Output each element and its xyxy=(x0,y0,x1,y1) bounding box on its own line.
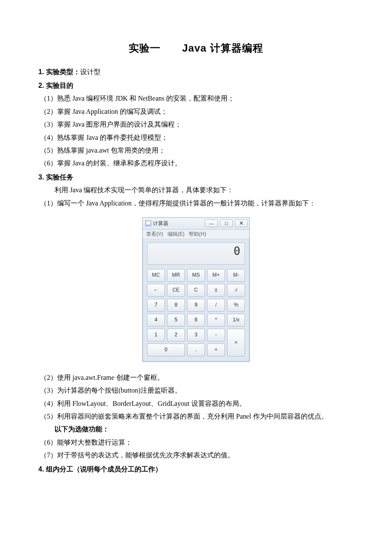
btn-4[interactable]: 4 xyxy=(147,314,165,327)
maximize-button[interactable]: ☐ xyxy=(220,220,233,227)
btn-0[interactable]: 0 xyxy=(147,344,185,356)
purpose-6: （6）掌握 Java 的封装、继承和多态程序设计。 xyxy=(38,157,354,170)
task-1: （1）编写一个 Java Application，使得程序能提供计算器的一般计算… xyxy=(38,197,354,210)
btn-c[interactable]: C xyxy=(187,284,205,297)
optional-heading: 以下为选做功能： xyxy=(38,423,354,436)
purpose-1: （1）熟悉 Java 编程环境 JDK 和 NetBeans 的安装，配置和使用… xyxy=(38,92,354,105)
btn-8[interactable]: 8 xyxy=(167,299,185,312)
purpose-4: （4）熟练掌握 Java 的事件委托处理模型； xyxy=(38,131,354,144)
btn-mplus[interactable]: M+ xyxy=(207,269,225,282)
section-1-label: 1. 实验类型： xyxy=(38,68,80,75)
btn-multiply[interactable]: * xyxy=(207,314,225,327)
btn-9[interactable]: 9 xyxy=(187,299,205,312)
calculator-window: 计算器 — ☐ ✕ 查看(V) 编辑(E) 帮助(H) 0 MC MR MS M… xyxy=(142,217,250,362)
btn-5[interactable]: 5 xyxy=(167,314,185,327)
section-3: 3. 实验任务 xyxy=(38,171,354,184)
window-title: 计算器 xyxy=(153,219,168,228)
page-title: 实验一 Java 计算器编程 xyxy=(38,38,354,58)
close-button[interactable]: ✕ xyxy=(235,220,248,227)
menu-bar: 查看(V) 编辑(E) 帮助(H) xyxy=(143,230,249,239)
btn-plusminus[interactable]: ± xyxy=(207,284,225,297)
btn-2[interactable]: 2 xyxy=(167,329,185,341)
btn-ms[interactable]: MS xyxy=(187,269,205,282)
titlebar: 计算器 — ☐ ✕ xyxy=(143,218,249,230)
btn-mr[interactable]: MR xyxy=(167,269,185,282)
minimize-button[interactable]: — xyxy=(205,220,218,227)
purpose-2: （2）掌握 Java Application 的编写及调试； xyxy=(38,105,354,118)
btn-mc[interactable]: MC xyxy=(147,269,165,282)
btn-sqrt[interactable]: √ xyxy=(227,284,245,297)
btn-back[interactable]: ← xyxy=(147,284,165,297)
btn-inverse[interactable]: 1/x xyxy=(227,314,245,327)
purpose-3: （3）掌握 Java 图形用户界面的设计及其编程； xyxy=(38,118,354,131)
task-5: （5）利用容器间的嵌套策略来布置整个计算器的界面，充分利用 Panel 作为中间… xyxy=(38,410,354,423)
section-1: 1. 实验类型：设计型 xyxy=(38,66,354,78)
task-4: （4）利用 FlowLayout、BorderLayout、GridLayout… xyxy=(38,397,354,410)
section-2: 2. 实验目的 xyxy=(38,79,354,92)
btn-equals[interactable]: = xyxy=(227,329,245,356)
btn-percent[interactable]: % xyxy=(227,299,245,312)
task-3: （3）为计算器的每个按钮(button)注册监听器。 xyxy=(38,384,354,397)
btn-add[interactable]: + xyxy=(207,344,225,356)
display: 0 xyxy=(147,243,245,265)
app-icon xyxy=(145,220,151,226)
btn-3[interactable]: 3 xyxy=(187,329,205,341)
menu-help[interactable]: 帮助(H) xyxy=(189,229,206,239)
task-6: （6）能够对大整数进行运算； xyxy=(38,436,354,449)
task-2: （2）使用 java.awt.Frame 创建一个窗框。 xyxy=(38,371,354,384)
btn-7[interactable]: 7 xyxy=(147,299,165,312)
btn-ce[interactable]: CE xyxy=(167,284,185,297)
menu-view[interactable]: 查看(V) xyxy=(146,229,163,239)
keypad: MC MR MS M+ M- ← CE C ± √ 7 8 9 / % 4 5 … xyxy=(147,269,245,356)
menu-edit[interactable]: 编辑(E) xyxy=(167,229,184,239)
section-4: 4. 组内分工（说明每个成员分工的工作） xyxy=(38,463,354,476)
btn-1[interactable]: 1 xyxy=(147,329,165,341)
btn-6[interactable]: 6 xyxy=(187,314,205,327)
btn-divide[interactable]: / xyxy=(207,299,225,312)
task-intro: 利用 Java 编程技术实现一个简单的计算器，具体要求如下： xyxy=(38,184,354,197)
task-7: （7）对于带括号的表达式，能够根据优先次序求解表达式的值。 xyxy=(38,449,354,462)
purpose-5: （5）熟练掌握 java.awt 包常用类的使用； xyxy=(38,144,354,157)
btn-mminus[interactable]: M- xyxy=(227,269,245,282)
btn-dot[interactable]: . xyxy=(187,344,205,356)
btn-subtract[interactable]: - xyxy=(207,329,225,341)
section-1-value: 设计型 xyxy=(80,68,101,75)
